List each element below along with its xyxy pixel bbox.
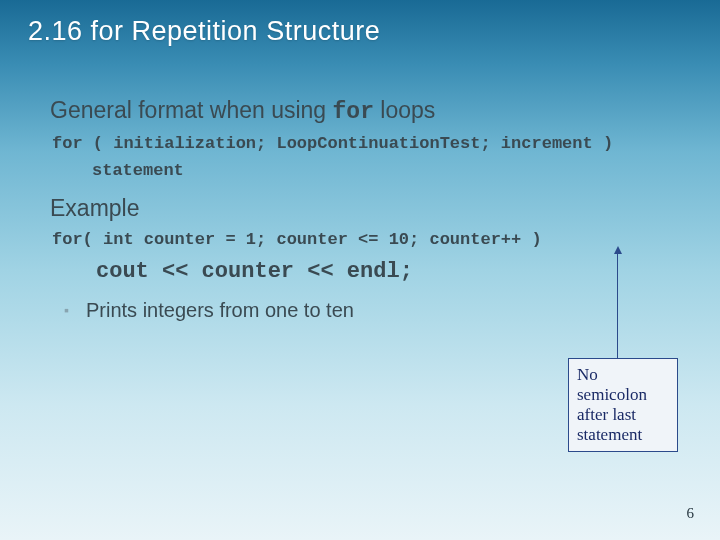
sub-bullet-prints: ▪ Prints integers from one to ten	[64, 298, 692, 322]
callout-arrow-head	[614, 246, 622, 254]
callout-arrow-line	[617, 254, 618, 358]
text-segment: General format when using	[50, 97, 333, 123]
bullet-example: Example	[28, 194, 692, 222]
code-for-example: for( int counter = 1; counter <= 10; cou…	[52, 230, 692, 249]
code-keyword: for	[333, 99, 374, 125]
page-number: 6	[687, 505, 695, 522]
bullet-text: General format when using for loops	[50, 96, 435, 126]
callout-box: No semicolon after last statement	[568, 358, 678, 452]
slide-content: General format when using for loops for …	[28, 90, 692, 322]
bullet-text: Example	[50, 194, 139, 222]
callout-text: No semicolon after last statement	[577, 365, 647, 444]
sub-bullet-text: Prints integers from one to ten	[86, 298, 354, 322]
slide: 2.16 for Repetition Structure General fo…	[0, 0, 720, 540]
sub-bullet-marker: ▪	[64, 298, 78, 322]
code-for-template: for ( initialization; LoopContinuationTe…	[52, 134, 692, 153]
bullet-general-format: General format when using for loops	[28, 96, 692, 126]
code-statement: statement	[92, 161, 692, 180]
text-segment: loops	[374, 97, 435, 123]
slide-title: 2.16 for Repetition Structure	[28, 16, 380, 47]
code-cout: cout << counter << endl;	[96, 259, 692, 284]
